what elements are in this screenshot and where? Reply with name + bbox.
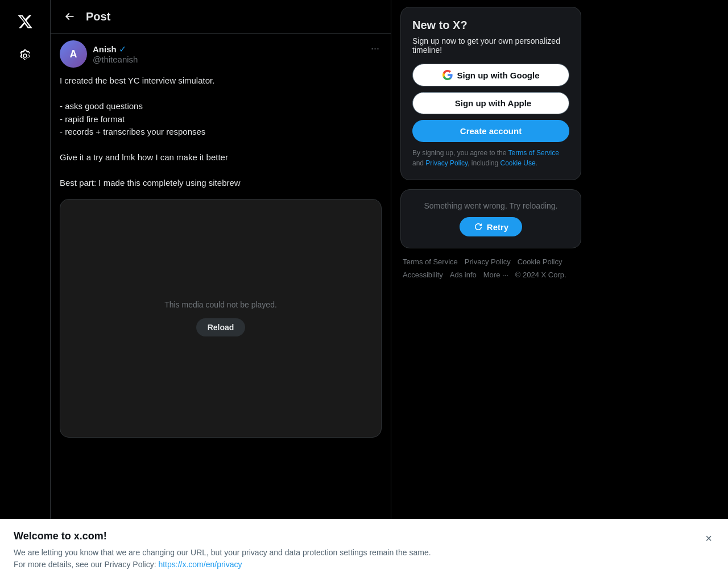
avatar: A xyxy=(60,40,87,68)
signup-apple-label: Sign up with Apple xyxy=(455,98,531,108)
new-to-x-title: New to X? xyxy=(412,19,569,32)
error-message: Something went wrong. Try reloading. xyxy=(424,201,557,210)
settings-button[interactable] xyxy=(10,41,40,70)
left-sidebar xyxy=(0,0,50,582)
x-logo-button[interactable] xyxy=(10,7,40,36)
post-header: Post xyxy=(51,0,391,34)
author-handle: @thiteanish xyxy=(93,55,138,64)
footer-ads-link[interactable]: Ads info xyxy=(450,271,477,279)
welcome-body-text2: For more details, see our Privacy Policy… xyxy=(14,560,158,569)
footer-copyright: © 2024 X Corp. xyxy=(515,271,566,279)
right-sidebar: New to X? Sign up now to get your own pe… xyxy=(391,0,590,582)
post-body: A Anish ✓ @thiteanish ··· I created the … xyxy=(51,34,391,444)
author-info: A Anish ✓ @thiteanish xyxy=(60,40,138,68)
welcome-body-text: We are letting you know that we are chan… xyxy=(14,548,431,557)
error-card: Something went wrong. Try reloading. Ret… xyxy=(400,189,581,248)
create-account-button[interactable]: Create account xyxy=(412,120,569,142)
welcome-privacy-link[interactable]: https://x.com/en/privacy xyxy=(158,560,242,569)
welcome-title: Welcome to x.com! xyxy=(14,530,431,542)
app-layout: Post A Anish ✓ @thiteanish ·· xyxy=(0,0,728,582)
terms-suffix: , including xyxy=(468,159,500,167)
welcome-content: Welcome to x.com! We are letting you kno… xyxy=(14,530,431,571)
post-content: I created the best YC interview simulato… xyxy=(60,74,382,190)
retry-button[interactable]: Retry xyxy=(460,217,522,236)
signup-google-label: Sign up with Google xyxy=(457,70,540,80)
media-container: This media could not be played. Reload xyxy=(60,199,382,438)
terms-of-service-link[interactable]: Terms of Service xyxy=(508,149,559,157)
main-feed: Post A Anish ✓ @thiteanish ·· xyxy=(50,0,391,582)
footer-terms-link[interactable]: Terms of Service xyxy=(403,257,458,266)
terms-end: . xyxy=(536,159,537,167)
verified-badge: ✓ xyxy=(119,44,126,55)
footer-more-link[interactable]: More ··· xyxy=(483,271,508,279)
google-icon xyxy=(442,70,453,80)
back-button[interactable] xyxy=(60,7,79,26)
author-row: A Anish ✓ @thiteanish ··· xyxy=(60,40,382,68)
footer-accessibility-link[interactable]: Accessibility xyxy=(403,271,443,279)
author-name-row: Anish ✓ xyxy=(93,44,138,55)
more-options-button[interactable]: ··· xyxy=(369,40,382,57)
author-name: Anish xyxy=(93,44,117,54)
footer-privacy-link[interactable]: Privacy Policy xyxy=(465,257,511,266)
signup-terms: By signing up, you agree to the Terms of… xyxy=(412,148,569,168)
cookie-use-link[interactable]: Cookie Use xyxy=(500,159,536,167)
page-title: Post xyxy=(86,10,110,23)
signup-apple-button[interactable]: Sign up with Apple xyxy=(412,92,569,114)
new-to-x-subtitle: Sign up now to get your own personalized… xyxy=(412,36,569,55)
terms-middle: and xyxy=(412,159,425,167)
welcome-body: We are letting you know that we are chan… xyxy=(14,547,431,571)
media-error-text: This media could not be played. xyxy=(164,300,277,309)
author-details: Anish ✓ @thiteanish xyxy=(93,44,138,64)
avatar-image: A xyxy=(60,40,87,68)
retry-label: Retry xyxy=(487,222,508,232)
welcome-close-button[interactable]: × xyxy=(703,530,714,546)
privacy-policy-link[interactable]: Privacy Policy xyxy=(425,159,468,167)
create-account-label: Create account xyxy=(460,126,522,136)
terms-prefix: By signing up, you agree to the xyxy=(412,149,508,157)
signup-google-button[interactable]: Sign up with Google xyxy=(412,64,569,86)
footer-cookie-link[interactable]: Cookie Policy xyxy=(518,257,562,266)
footer-links: Terms of Service Privacy Policy Cookie P… xyxy=(400,257,581,279)
new-to-x-card: New to X? Sign up now to get your own pe… xyxy=(400,7,581,180)
welcome-dialog: Welcome to x.com! We are letting you kno… xyxy=(0,519,728,582)
reload-media-button[interactable]: Reload xyxy=(196,318,246,336)
